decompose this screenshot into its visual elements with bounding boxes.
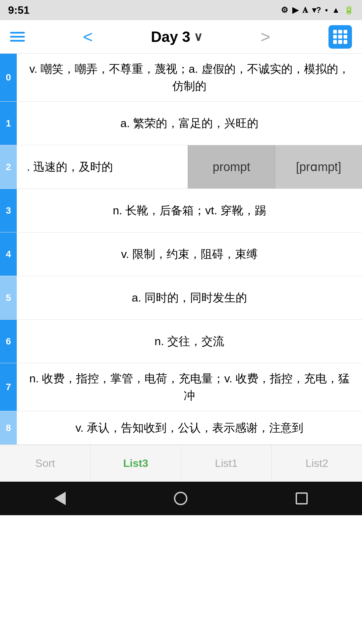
- hamburger-icon: [10, 32, 25, 42]
- status-time: 9:51: [8, 4, 29, 16]
- signal-icon: ▲: [332, 5, 340, 15]
- home-icon: [174, 492, 187, 505]
- dot-icon: •: [325, 5, 328, 15]
- word-row[interactable]: 6 n. 交往，交流: [0, 320, 362, 363]
- word-row[interactable]: 0 v. 嘲笑，嘲弄，不尊重，蔑视；a. 虚假的，不诚实的，模拟的，仿制的: [0, 54, 362, 102]
- word-row[interactable]: 7 n. 收费，指控，掌管，电荷，充电量；v. 收费，指控，充电，猛冲: [0, 363, 362, 411]
- tab-list1[interactable]: List1: [181, 445, 272, 482]
- home-button[interactable]: [174, 492, 187, 505]
- row-content-1: a. 繁荣的，富足的，兴旺的: [17, 102, 362, 145]
- popup-word[interactable]: prompt: [188, 145, 275, 189]
- tab-list3[interactable]: List3: [90, 445, 181, 482]
- row-index-5: 5: [0, 276, 17, 319]
- row-index-2: 2: [0, 145, 17, 189]
- row-content-8: v. 承认，告知收到，公认，表示感谢，注意到: [17, 411, 362, 444]
- popup-phonetic: [prɑmpt]: [275, 145, 362, 189]
- popup-overlay: prompt [prɑmpt]: [188, 145, 362, 189]
- row-index-3: 3: [0, 189, 17, 232]
- system-nav-bar: [0, 482, 362, 515]
- row-content-3: n. 长靴，后备箱；vt. 穿靴，踢: [17, 189, 362, 232]
- row-content-5: a. 同时的，同时发生的: [17, 276, 362, 319]
- battery-icon: 🔋: [344, 5, 354, 15]
- grid-icon: [333, 30, 347, 44]
- word-row[interactable]: 1 a. 繁荣的，富足的，兴旺的: [0, 102, 362, 145]
- word-row[interactable]: 2 . 迅速的，及时的 prompt [prɑmpt]: [0, 145, 362, 189]
- status-bar: 9:51 ⚙ ▶ 𝐀 ▾? • ▲ 🔋: [0, 0, 362, 20]
- row-index-0: 0: [0, 54, 17, 101]
- row-content-0: v. 嘲笑，嘲弄，不尊重，蔑视；a. 虚假的，不诚实的，模拟的，仿制的: [17, 54, 362, 101]
- recents-button[interactable]: [296, 492, 308, 504]
- row-index-8: 8: [0, 411, 17, 444]
- row-content-4: v. 限制，约束，阻碍，束缚: [17, 232, 362, 276]
- status-icons: ⚙ ▶ 𝐀 ▾? • ▲ 🔋: [281, 5, 354, 15]
- chevron-down-icon: ∨: [194, 30, 202, 44]
- tab-sort[interactable]: Sort: [0, 445, 90, 482]
- recents-icon: [296, 492, 308, 504]
- nav-title: Day 3 ∨: [151, 29, 202, 45]
- bottom-tab-bar: Sort List3 List1 List2: [0, 445, 362, 482]
- word-row[interactable]: 4 v. 限制，约束，阻碍，束缚: [0, 232, 362, 276]
- play-icon: ▶: [292, 5, 298, 15]
- row-index-6: 6: [0, 320, 17, 363]
- prev-button[interactable]: <: [83, 29, 93, 45]
- next-button[interactable]: >: [260, 29, 270, 45]
- row-content-7: n. 收费，指控，掌管，电荷，充电量；v. 收费，指控，充电，猛冲: [17, 363, 362, 411]
- row-content-6: n. 交往，交流: [17, 320, 362, 363]
- grid-view-button[interactable]: [328, 25, 352, 49]
- word-list: 0 v. 嘲笑，嘲弄，不尊重，蔑视；a. 虚假的，不诚实的，模拟的，仿制的 1 …: [0, 54, 362, 445]
- row-index-1: 1: [0, 102, 17, 145]
- row-index-7: 7: [0, 363, 17, 411]
- font-icon: 𝐀: [302, 5, 308, 15]
- top-nav: < Day 3 ∨ >: [0, 20, 362, 54]
- wifi-icon: ▾?: [312, 5, 321, 15]
- word-row[interactable]: 5 a. 同时的，同时发生的: [0, 276, 362, 320]
- tab-list2[interactable]: List2: [272, 445, 362, 482]
- gear-icon: ⚙: [281, 5, 288, 15]
- back-icon: [54, 492, 66, 505]
- row-index-4: 4: [0, 232, 17, 276]
- menu-button[interactable]: [10, 32, 25, 42]
- word-row[interactable]: 3 n. 长靴，后备箱；vt. 穿靴，踢: [0, 189, 362, 232]
- back-button[interactable]: [54, 492, 66, 505]
- word-row[interactable]: 8 v. 承认，告知收到，公认，表示感谢，注意到: [0, 411, 362, 445]
